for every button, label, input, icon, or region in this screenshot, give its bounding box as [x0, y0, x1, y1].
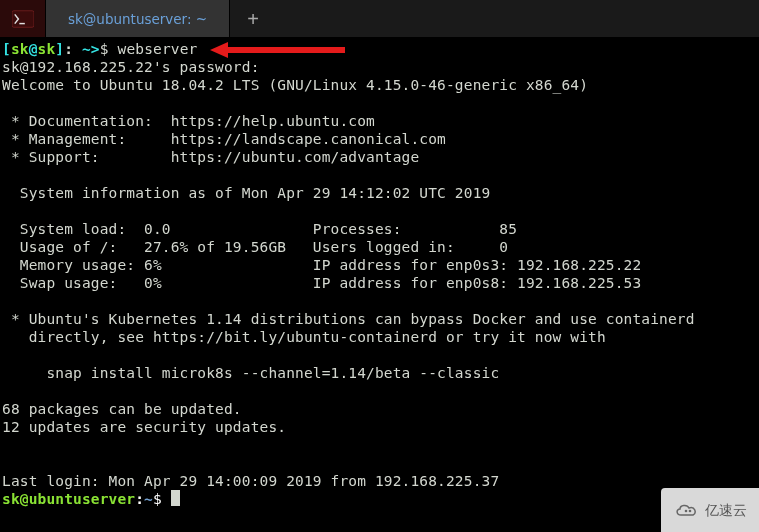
line-doc: * Documentation: https://help.ubuntu.com [2, 113, 375, 129]
prompt2-dollar: $ [153, 491, 171, 507]
prompt-host: sk [38, 41, 56, 57]
prompt-path: ~> [82, 41, 100, 57]
terminal-icon [12, 10, 34, 28]
tab-active[interactable]: sk@ubuntuserver: ~ [46, 0, 230, 37]
prompt-at: @ [29, 41, 38, 57]
prompt2-path: ~ [144, 491, 153, 507]
arrow-body [225, 47, 345, 53]
line-sys-3: Memory usage: 6% IP address for enp0s3: … [2, 257, 641, 273]
watermark-badge: 亿速云 [661, 488, 759, 532]
line-lastlogin: Last login: Mon Apr 29 14:00:09 2019 fro… [2, 473, 499, 489]
annotation-arrow [210, 43, 345, 57]
svg-rect-0 [12, 10, 34, 27]
watermark-text: 亿速云 [705, 501, 747, 519]
line-mgmt: * Management: https://landscape.canonica… [2, 131, 446, 147]
cursor-block [171, 490, 180, 506]
svg-point-3 [689, 510, 692, 513]
prompt2-user: sk@ubuntuserver [2, 491, 135, 507]
prompt-bracket: ] [55, 41, 64, 57]
cloud-icon [673, 501, 701, 519]
line-sysinfo-hdr: System information as of Mon Apr 29 14:1… [2, 185, 490, 201]
prompt-user: sk [11, 41, 29, 57]
prompt-sep: : [64, 41, 82, 57]
prompt-dollar: $ [100, 41, 118, 57]
svg-point-2 [685, 510, 688, 513]
line-upd-2: 12 updates are security updates. [2, 419, 286, 435]
line-k8s-3: snap install microk8s --channel=1.14/bet… [2, 365, 499, 381]
line-k8s-1: * Ubuntu's Kubernetes 1.14 distributions… [2, 311, 695, 327]
terminal-output[interactable]: [sk@sk]: ~>$ webserver sk@192.168.225.22… [0, 38, 759, 510]
line-sys-1: System load: 0.0 Processes: 85 [2, 221, 517, 237]
plus-icon: + [247, 10, 259, 28]
line-k8s-2: directly, see https://bit.ly/ubuntu-cont… [2, 329, 606, 345]
terminal-app-icon[interactable] [0, 0, 46, 37]
line-upd-1: 68 packages can be updated. [2, 401, 242, 417]
line-sys-4: Swap usage: 0% IP address for enp0s8: 19… [2, 275, 641, 291]
prompt2-colon: : [135, 491, 144, 507]
line-welcome: Welcome to Ubuntu 18.04.2 LTS (GNU/Linux… [2, 77, 588, 93]
line-password: sk@192.168.225.22's password: [2, 59, 260, 75]
prompt-bracket: [ [2, 41, 11, 57]
tab-bar: sk@ubuntuserver: ~ + [0, 0, 759, 38]
command-text: webserver [118, 41, 198, 57]
tab-title: sk@ubuntuserver: ~ [68, 10, 207, 28]
new-tab-button[interactable]: + [230, 0, 276, 37]
line-sys-2: Usage of /: 27.6% of 19.56GB Users logge… [2, 239, 508, 255]
line-support: * Support: https://ubuntu.com/advantage [2, 149, 419, 165]
